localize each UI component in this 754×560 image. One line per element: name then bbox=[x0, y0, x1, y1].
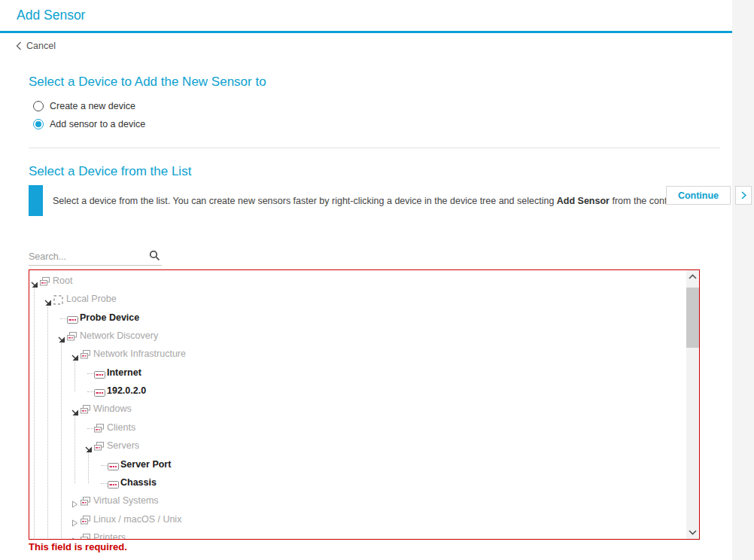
search-icon[interactable] bbox=[149, 250, 162, 264]
add-sensor-page: Add Sensor Cancel Select a Device to Add… bbox=[0, 0, 754, 560]
group-icon bbox=[94, 441, 104, 455]
tree-item-label: Local Probe bbox=[66, 294, 117, 304]
tree-item-printers[interactable]: Printers bbox=[29, 529, 699, 540]
radio-label: Create a new device bbox=[50, 101, 135, 111]
continue-button[interactable]: Continue bbox=[666, 186, 731, 205]
device-icon bbox=[108, 463, 119, 470]
group-icon bbox=[81, 533, 90, 540]
info-marker bbox=[29, 185, 43, 216]
tree-connector-stub bbox=[101, 465, 107, 466]
header-rule bbox=[0, 31, 732, 33]
chevron-left-icon bbox=[16, 41, 22, 50]
tree-item-windows[interactable]: Windows bbox=[29, 400, 699, 418]
tree-item-label: 192.0.2.0 bbox=[107, 385, 146, 396]
device-icon bbox=[108, 478, 119, 492]
tree-item-label: Network Discovery bbox=[80, 330, 158, 341]
section-heading-target: Select a Device to Add the New Sensor to bbox=[29, 75, 266, 90]
continue-controls: Continue bbox=[666, 186, 752, 205]
tree-item-192-0-2-0[interactable]: 192.0.2.0 bbox=[29, 382, 699, 400]
group-icon bbox=[81, 534, 90, 540]
device-icon bbox=[94, 386, 105, 400]
group-icon bbox=[81, 515, 90, 528]
continue-button-arrow[interactable] bbox=[735, 186, 752, 205]
tree-item-root[interactable]: Root bbox=[29, 272, 699, 291]
group-icon bbox=[67, 332, 77, 342]
tree-item-server-port[interactable]: Server Port bbox=[29, 456, 699, 474]
collapse-arrow-icon[interactable] bbox=[71, 351, 79, 358]
tree-item-linux-macos-unix[interactable]: Linux / macOS / Unix bbox=[29, 511, 699, 529]
content-panel: Add Sensor Cancel Select a Device to Add… bbox=[0, 0, 732, 560]
info-note: Select a device from the list. You can c… bbox=[53, 196, 708, 206]
tree-item-network-infrastructure[interactable]: Network Infrastructure bbox=[29, 345, 699, 364]
tree-item-label: Virtual Systems bbox=[93, 495, 159, 506]
radio-icon-selected[interactable] bbox=[33, 119, 44, 129]
tree-item-label: Root bbox=[53, 275, 72, 286]
tree-item-chassis[interactable]: Chassis bbox=[29, 474, 699, 492]
tree-item-label: Linux / macOS / Unix bbox=[93, 514, 181, 525]
device-icon bbox=[67, 316, 78, 324]
tree-item-clients[interactable]: Clients bbox=[29, 419, 699, 437]
radio-label: Add sensor to a device bbox=[50, 119, 145, 129]
group-icon bbox=[81, 497, 90, 507]
tree-connector-stub bbox=[87, 391, 93, 392]
radio-icon-unselected[interactable] bbox=[33, 101, 44, 111]
page-title: Add Sensor bbox=[17, 8, 85, 23]
group-icon bbox=[81, 349, 90, 363]
device-icon bbox=[67, 313, 78, 327]
probe-icon bbox=[53, 294, 63, 308]
tree-item-label: Server Port bbox=[120, 459, 171, 470]
group-icon bbox=[40, 276, 50, 290]
tree-item-label: Probe Device bbox=[80, 312, 139, 323]
tree-item-label: Windows bbox=[93, 403, 132, 414]
device-search bbox=[29, 248, 162, 266]
tree-item-label: Printers bbox=[93, 532, 126, 540]
tree-item-label: Network Infrastructure bbox=[93, 348, 186, 359]
probe-icon bbox=[53, 295, 63, 305]
expand-arrow-icon[interactable] bbox=[71, 534, 79, 540]
collapse-arrow-icon[interactable] bbox=[71, 406, 79, 413]
tree-connector-stub bbox=[87, 428, 93, 429]
radio-add-sensor-to-device[interactable]: Add sensor to a device bbox=[33, 119, 145, 129]
device-icon bbox=[108, 460, 119, 473]
group-icon bbox=[40, 277, 50, 287]
group-icon bbox=[81, 405, 90, 415]
tree-connector-stub bbox=[60, 318, 66, 319]
device-icon bbox=[108, 481, 119, 488]
expand-arrow-icon[interactable] bbox=[71, 498, 79, 505]
device-icon bbox=[94, 368, 105, 382]
collapse-arrow-icon[interactable] bbox=[85, 443, 93, 450]
group-icon bbox=[94, 423, 104, 437]
tree-item-servers[interactable]: Servers bbox=[29, 437, 699, 455]
cancel-label: Cancel bbox=[26, 41, 56, 51]
group-icon bbox=[81, 350, 90, 360]
group-icon bbox=[67, 331, 77, 345]
group-icon bbox=[94, 442, 104, 452]
tree-item-probe-device[interactable]: Probe Device bbox=[29, 309, 699, 327]
collapse-arrow-icon[interactable] bbox=[31, 278, 38, 285]
section-divider bbox=[29, 148, 720, 148]
tree-item-internet[interactable]: Internet bbox=[29, 364, 699, 382]
chevron-right-icon bbox=[741, 189, 746, 202]
collapse-arrow-icon[interactable] bbox=[44, 296, 52, 303]
device-icon bbox=[94, 389, 105, 397]
tree-connector-stub bbox=[101, 483, 107, 484]
validation-message: This field is required. bbox=[29, 541, 127, 552]
search-input[interactable] bbox=[29, 251, 149, 262]
radio-create-new-device[interactable]: Create a new device bbox=[33, 101, 135, 111]
group-icon bbox=[81, 496, 90, 510]
collapse-arrow-icon[interactable] bbox=[58, 333, 65, 340]
group-icon bbox=[81, 516, 90, 525]
device-icon bbox=[94, 371, 105, 379]
tree-item-local-probe[interactable]: Local Probe bbox=[29, 291, 699, 309]
tree-item-label: Chassis bbox=[120, 477, 157, 488]
group-icon bbox=[94, 424, 104, 434]
tree-item-label: Servers bbox=[107, 440, 139, 451]
expand-arrow-icon[interactable] bbox=[71, 516, 79, 524]
tree-item-network-discovery[interactable]: Network Discovery bbox=[29, 327, 699, 345]
tree-item-virtual-systems[interactable]: Virtual Systems bbox=[29, 492, 699, 510]
section-heading-list: Select a Device from the List bbox=[29, 164, 191, 179]
device-tree: RootLocal ProbeProbe DeviceNetwork Disco… bbox=[29, 269, 700, 540]
cancel-button[interactable]: Cancel bbox=[16, 41, 56, 51]
group-icon bbox=[81, 404, 90, 418]
tree-connector-stub bbox=[87, 373, 93, 374]
